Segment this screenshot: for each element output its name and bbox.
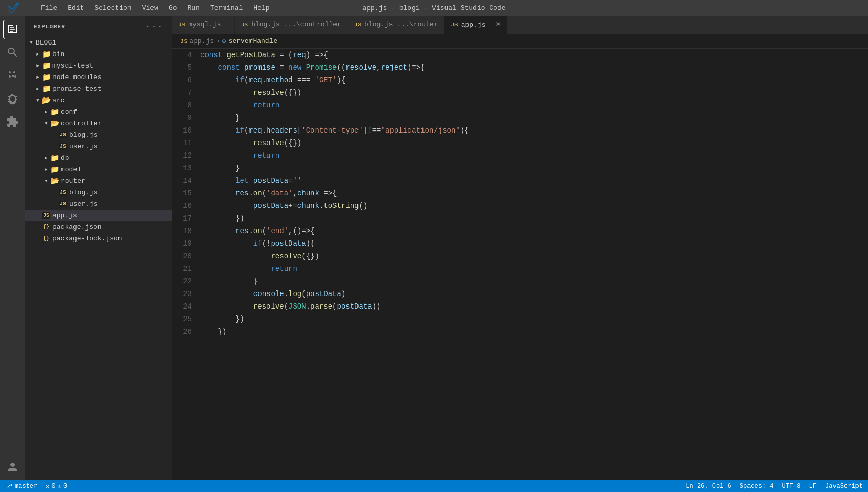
tab-app-label: app.js: [461, 21, 486, 29]
status-eol[interactable]: LF: [809, 483, 817, 490]
tree-item-controller[interactable]: ▾ 📂 controller: [25, 117, 172, 129]
folder-icon: 📁: [42, 61, 50, 70]
line-num-22: 22: [180, 275, 192, 288]
sidebar: Explorer ··· ▾ BLOG1 ▸ 📁 bin ▸ 📁: [25, 16, 172, 480]
folder-icon: 📁: [50, 154, 59, 162]
error-icon: ✕: [46, 483, 49, 490]
menu-view[interactable]: View: [138, 3, 162, 13]
chevron-right-icon: ▸: [42, 154, 50, 162]
tree-item-node-modules[interactable]: ▸ 📁 node_modules: [25, 71, 172, 83]
line-num-9: 9: [180, 112, 192, 124]
status-language[interactable]: JavaScript: [825, 483, 863, 490]
status-ln-col[interactable]: Ln 26, Col 6: [686, 483, 731, 490]
menu-terminal[interactable]: Terminal: [206, 3, 247, 13]
line-num-20: 20: [180, 250, 192, 263]
tab-mysql[interactable]: JS mysql.js: [172, 16, 235, 34]
title-text: app.js - blog1 - Visual Studio Code: [362, 4, 505, 12]
tab-app[interactable]: JS app.js ×: [444, 16, 507, 34]
json-file-icon: {}: [42, 223, 50, 231]
folder-icon: 📁: [50, 165, 59, 173]
tree-item-package-lock-json[interactable]: ▸ {} package-lock.json: [25, 233, 172, 244]
activity-bar: [0, 16, 25, 480]
tree-item-user-controller[interactable]: ▸ JS user.js: [25, 140, 172, 152]
close-tab-button[interactable]: ×: [496, 20, 501, 29]
menu-selection[interactable]: Selection: [90, 3, 135, 13]
encoding-label: UTF-8: [782, 483, 801, 490]
activity-debug[interactable]: [3, 89, 22, 108]
status-warning-count: 0: [63, 483, 67, 490]
line-num-7: 7: [180, 86, 192, 99]
tab-blog-router[interactable]: JS blog.js ...\router: [348, 16, 445, 34]
tree-item-package-json[interactable]: ▸ {} package.json: [25, 221, 172, 233]
activity-extensions[interactable]: [3, 112, 22, 131]
node-modules-label: node_modules: [52, 73, 102, 81]
tree-item-router[interactable]: ▾ 📂 router: [25, 175, 172, 187]
tab-blog-controller-label: blog.js ...\controller: [251, 20, 341, 28]
tree-item-src[interactable]: ▾ 📂 src: [25, 94, 172, 106]
line-num-10: 10: [180, 124, 192, 137]
line-num-6: 6: [180, 74, 192, 86]
code-content[interactable]: const getPostData = (req) =>{ const prom…: [198, 49, 868, 480]
vscode-logo: [8, 2, 21, 14]
line-num-13: 13: [180, 162, 192, 174]
breadcrumb-symbol-icon: ⊙: [222, 37, 226, 46]
tree-item-app-js[interactable]: ▸ JS app.js: [25, 210, 172, 221]
line-num-24: 24: [180, 300, 192, 313]
folder-icon: 📁: [42, 73, 50, 81]
tree-item-blog-controller[interactable]: ▸ JS blog.js: [25, 129, 172, 140]
menu-edit[interactable]: Edit: [63, 3, 88, 13]
tree-item-conf[interactable]: ▸ 📁 conf: [25, 106, 172, 117]
status-spaces[interactable]: Spaces: 4: [740, 483, 774, 490]
line-num-18: 18: [180, 225, 192, 237]
sidebar-more-button[interactable]: ···: [145, 22, 164, 31]
status-branch[interactable]: ⎇ master: [5, 483, 37, 490]
tree-item-model[interactable]: ▸ 📁 model: [25, 163, 172, 175]
tree-item-user-router[interactable]: ▸ JS user.js: [25, 198, 172, 210]
line-num-17: 17: [180, 212, 192, 225]
svg-rect-1: [8, 25, 9, 33]
line-num-26: 26: [180, 325, 192, 338]
chevron-right-icon: ▸: [34, 73, 42, 81]
menu-file[interactable]: File: [37, 3, 61, 13]
status-error-count: 0: [51, 483, 55, 490]
tree-item-db[interactable]: ▸ 📁 db: [25, 152, 172, 163]
status-ln-label: Ln 26, Col 6: [686, 483, 731, 490]
js-file-icon: JS: [59, 188, 67, 196]
titlebar: File Edit Selection View Go Run Terminal…: [0, 0, 868, 16]
sidebar-header: Explorer ···: [25, 16, 172, 35]
breadcrumb-file[interactable]: app.js: [189, 37, 214, 45]
menu-go[interactable]: Go: [165, 3, 181, 13]
code-editor[interactable]: 4 5 6 7 8 9 10 11 12 13 14 15 16 17 18 1…: [172, 49, 868, 480]
js-file-icon: JS: [42, 211, 50, 220]
tree-item-mysql-test[interactable]: ▸ 📁 mysql-test: [25, 60, 172, 71]
breadcrumb-symbol[interactable]: serverHandle: [229, 37, 278, 45]
line-num-15: 15: [180, 187, 192, 200]
tree-item-blog-router[interactable]: ▸ JS blog.js: [25, 187, 172, 198]
tab-mysql-label: mysql.js: [188, 20, 221, 28]
line-num-5: 5: [180, 61, 192, 74]
js-file-icon: JS: [59, 200, 67, 208]
tree-item-promise-test[interactable]: ▸ 📁 promise-test: [25, 83, 172, 94]
chevron-right-icon: ▸: [34, 61, 42, 70]
tree-root-blog1[interactable]: ▾ BLOG1: [25, 37, 172, 48]
eol-label: LF: [809, 483, 817, 490]
activity-explorer[interactable]: [3, 20, 22, 39]
folder-icon: 📁: [42, 50, 50, 58]
chevron-down-icon: ▾: [42, 119, 50, 127]
menu-run[interactable]: Run: [183, 3, 203, 13]
activity-account[interactable]: [3, 457, 22, 476]
status-encoding[interactable]: UTF-8: [782, 483, 801, 490]
tree-item-bin[interactable]: ▸ 📁 bin: [25, 48, 172, 60]
blog-controller-label: blog.js: [69, 131, 98, 139]
tab-js-icon: JS: [354, 21, 361, 28]
tab-blog-router-label: blog.js ...\router: [364, 20, 438, 28]
activity-scm[interactable]: [3, 66, 22, 85]
tab-blog-controller[interactable]: JS blog.js ...\controller: [235, 16, 348, 34]
activity-search[interactable]: [3, 43, 22, 62]
menu-help[interactable]: Help: [249, 3, 274, 13]
svg-rect-2: [8, 32, 17, 33]
status-errors[interactable]: ✕ 0 ⚠ 0: [46, 483, 67, 490]
package-lock-json-label: package-lock.json: [52, 235, 122, 243]
db-label: db: [61, 154, 69, 162]
line-num-16: 16: [180, 200, 192, 212]
